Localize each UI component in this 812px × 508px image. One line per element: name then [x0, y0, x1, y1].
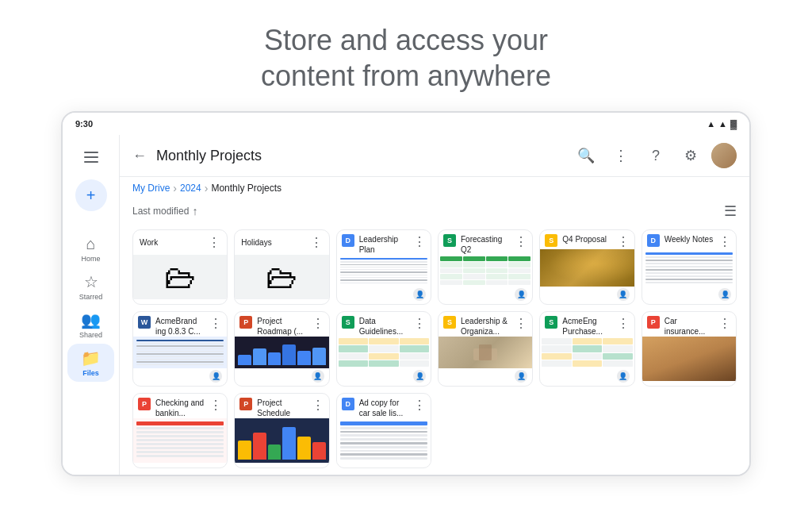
card-header-forecasting: S Forecasting Q2 ⋮	[439, 230, 532, 255]
card-more-car[interactable]: ⋮	[718, 316, 731, 331]
photo-preview-car	[642, 337, 736, 381]
shared-badge-lp: 👤	[413, 288, 426, 301]
card-more-ae[interactable]: ⋮	[617, 316, 630, 331]
shared-badge-ae: 👤	[617, 370, 630, 383]
folder-icon-holidays: 🗁	[266, 260, 297, 295]
photo-preview-q4	[540, 249, 634, 287]
card-title-q4: Q4 Proposal	[562, 234, 613, 244]
breadcrumb-my-drive[interactable]: My Drive	[132, 183, 170, 194]
file-card-work[interactable]: Work ⋮ 🗁	[132, 229, 228, 305]
file-card-adcopy[interactable]: D Ad copy for car sale lis... ⋮	[336, 393, 431, 468]
card-more-wn[interactable]: ⋮	[718, 234, 731, 249]
card-title-holidays: Holidays	[241, 237, 309, 248]
file-card-leadership-plan[interactable]: D Leadership Plan ⋮ 👤	[336, 229, 431, 305]
card-more-acme[interactable]: ⋮	[209, 316, 222, 331]
card-footer-work	[133, 299, 227, 304]
app-container: + ⌂ Home ☆ Starred 👥 Shared 📁 Files	[63, 135, 749, 475]
card-title-weekly: Weekly Notes	[665, 234, 715, 244]
card-more-holidays[interactable]: ⋮	[310, 235, 323, 250]
card-footer-ae: 👤	[540, 368, 634, 386]
breadcrumb: My Drive › 2024 › Monthly Projects	[120, 177, 749, 199]
sheets-icon-ae: S	[545, 316, 557, 329]
nav-items: ⌂ Home ☆ Starred 👥 Shared 📁 Files	[63, 230, 119, 382]
file-card-data-guidelines[interactable]: S Data Guidelines... ⋮ 👤	[336, 311, 431, 387]
card-header-adcopy: D Ad copy for car sale lis... ⋮	[337, 394, 431, 418]
file-card-weekly[interactable]: D Weekly Notes ⋮ 👤	[642, 229, 737, 305]
card-title-ae: AcmeEng Purchase...	[562, 316, 613, 337]
file-grid: Work ⋮ 🗁 Holidays ⋮ 🗁	[120, 223, 749, 475]
shared-badge-q4: 👤	[617, 288, 630, 301]
card-title-forecasting: Forecasting Q2	[461, 234, 511, 255]
sheets-icon-dg: S	[342, 316, 354, 329]
hamburger-button[interactable]	[75, 141, 107, 173]
file-card-holidays[interactable]: Holidays ⋮ 🗁	[234, 229, 329, 305]
tablet-frame: 9:30 ▲ ▲ ▓ + ⌂ Home ☆ Starre	[61, 111, 751, 476]
back-button[interactable]: ←	[132, 148, 147, 164]
card-header-acme: W AcmeBrand ing 0.8.3 C... ⋮	[133, 312, 227, 337]
fab-new-button[interactable]: +	[75, 179, 107, 211]
card-footer-wn: 👤	[642, 287, 736, 304]
battery-icon: ▓	[730, 119, 737, 129]
file-card-forecasting[interactable]: S Forecasting Q2 ⋮ 👤	[438, 229, 533, 305]
sheet-preview-dg	[337, 337, 431, 368]
card-more-fq[interactable]: ⋮	[515, 234, 527, 249]
file-card-leadership-org[interactable]: S Leadership & Organiza... ⋮ �	[438, 311, 533, 387]
breadcrumb-2024[interactable]: 2024	[180, 183, 201, 194]
sidebar-label-shared: Shared	[79, 331, 102, 339]
help-button[interactable]: ?	[642, 141, 670, 170]
card-title-roadmap: Project Roadmap (...	[257, 316, 308, 337]
breadcrumb-sep-2: ›	[205, 182, 209, 194]
shared-badge-dg: 👤	[413, 370, 426, 383]
card-more-checking[interactable]: ⋮	[209, 398, 222, 413]
sheet-preview-fq	[439, 255, 532, 287]
card-more-dg[interactable]: ⋮	[413, 316, 426, 331]
shared-badge-lo: 👤	[515, 370, 527, 383]
slides-icon-lo: S	[443, 316, 456, 329]
docs-icon-wn: D	[647, 234, 660, 247]
list-view-button[interactable]: ☰	[724, 202, 737, 220]
card-header-checking: P Checking and bankin... ⋮	[133, 394, 227, 418]
file-card-roadmap[interactable]: P Project Roadmap (... ⋮ 👤	[234, 311, 329, 387]
file-card-car[interactable]: P Car insurance... ⋮	[642, 311, 737, 387]
card-title-leadership-plan: Leadership Plan	[359, 234, 410, 255]
card-more-work[interactable]: ⋮	[208, 235, 220, 250]
shared-badge-roadmap: 👤	[312, 370, 324, 383]
file-card-acme[interactable]: W AcmeBrand ing 0.8.3 C... ⋮ 👤	[132, 311, 228, 387]
search-button[interactable]: 🔍	[572, 141, 600, 170]
card-more-lo[interactable]: ⋮	[515, 316, 527, 331]
card-footer-lp: 👤	[337, 287, 431, 304]
file-card-q4[interactable]: S Q4 Proposal ⋮ 👤	[539, 229, 634, 305]
card-header-roadmap: P Project Roadmap (... ⋮	[235, 312, 328, 337]
sort-button[interactable]: Last modified ↑	[132, 205, 197, 217]
sidebar-item-shared[interactable]: 👥 Shared	[63, 306, 119, 344]
status-bar: 9:30 ▲ ▲ ▓	[63, 113, 749, 135]
card-more-roadmap[interactable]: ⋮	[312, 316, 324, 331]
shared-icon: 👥	[81, 310, 101, 329]
card-more-q4[interactable]: ⋮	[617, 234, 630, 249]
avatar[interactable]	[711, 143, 737, 168]
sidebar-item-starred[interactable]: ☆ Starred	[63, 267, 119, 306]
sort-arrow-icon: ↑	[192, 205, 197, 217]
shared-badge-fq: 👤	[515, 288, 527, 301]
status-icons: ▲ ▲ ▓	[707, 119, 737, 129]
sidebar-item-home[interactable]: ⌂ Home	[63, 230, 119, 267]
shared-badge-acme: 👤	[209, 370, 222, 383]
sidebar-label-files: Files	[82, 369, 99, 377]
card-more-lp[interactable]: ⋮	[413, 234, 426, 249]
file-card-acmeeng[interactable]: S AcmeEng Purchase... ⋮ 👤	[539, 311, 634, 387]
file-card-checking[interactable]: P Checking and bankin... ⋮	[132, 393, 228, 468]
card-more-schedule[interactable]: ⋮	[312, 398, 324, 413]
docs-icon: D	[342, 234, 354, 247]
hero-title: Store and access your content from anywh…	[261, 22, 551, 94]
word-icon-acme: W	[138, 316, 151, 329]
wifi-icon: ▲	[707, 119, 715, 129]
file-card-schedule[interactable]: P Project Schedule ⋮	[234, 393, 329, 468]
pdf-preview-checking	[133, 418, 227, 463]
home-icon: ⌂	[86, 235, 95, 253]
more-button[interactable]: ⋮	[607, 141, 635, 170]
sidebar-item-files[interactable]: 📁 Files	[67, 344, 114, 382]
card-more-adcopy[interactable]: ⋮	[413, 398, 426, 413]
card-footer-lo: 👤	[439, 368, 532, 386]
settings-button[interactable]: ⚙	[676, 141, 705, 170]
card-header-weekly: D Weekly Notes ⋮	[642, 230, 736, 249]
